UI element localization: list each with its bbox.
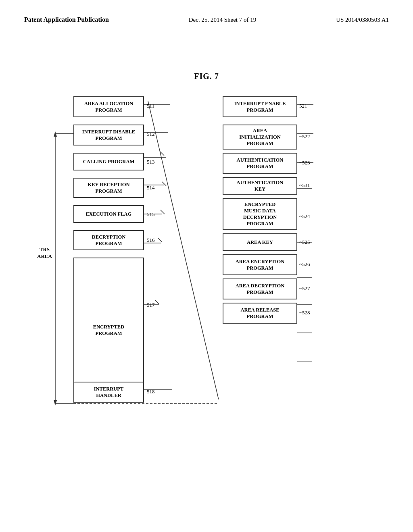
box-524: ENCRYPTEDMUSIC DATADECRYPTIONPROGRAM [223,198,297,230]
ref-522: ~522 [299,133,310,140]
figure-title: FIG. 7 [0,72,413,81]
ref-531: ~531 [299,182,310,189]
ref-512: 512 [147,131,155,137]
box-512: INTERRUPT DISABLEPROGRAM [73,125,144,145]
ref-516: 516 [147,237,155,243]
box-528: AREA RELEASEPROGRAM [223,303,297,324]
date-sheet-label: Dec. 25, 2014 Sheet 7 of 19 [189,17,256,23]
box-516: DECRYPTIONPROGRAM [73,230,144,250]
box-517: ENCRYPTEDPROGRAM [73,258,144,403]
box-514: KEY RECEPTIONPROGRAM [73,178,144,198]
ref-523: ~523 [299,160,310,166]
svg-line-27 [161,210,165,214]
svg-marker-19 [54,131,57,137]
diagram: AREA ALLOCATIONPROGRAM 511 INTERRUPT DIS… [33,93,380,440]
ref-518: 518 [147,389,155,395]
svg-line-28 [158,238,162,242]
box-523: AUTHENTICATIONPROGRAM [223,153,297,174]
box-525: AREA KEY [223,233,297,251]
box-515: EXECUTION FLAG [73,205,144,223]
ref-525: ~525 [299,239,310,245]
page: Patent Application Publication Dec. 25, … [0,0,413,532]
box-521: INTERRUPT ENABLEPROGRAM [223,96,297,117]
ref-526: ~526 [299,261,310,268]
ref-521: 521 [299,103,307,109]
ref-515: 515 [147,211,155,218]
svg-line-0 [148,101,219,399]
ref-514: 514 [147,185,155,191]
svg-marker-21 [54,400,57,405]
patent-number-label: US 2014/0380503 A1 [336,17,389,23]
header: Patent Application Publication Dec. 25, … [0,0,413,23]
ref-513: 513 [147,159,155,165]
ref-524: ~524 [299,213,310,220]
box-511: AREA ALLOCATIONPROGRAM [73,96,144,117]
trs-area-label: TRSAREA [37,246,52,260]
box-518: INTERRUPTHANDLER [73,382,144,403]
publication-label: Patent Application Publication [24,16,109,23]
svg-line-29 [155,300,159,304]
box-522: AREAINITIALIZATIONPROGRAM [223,125,297,150]
box-513: CALLING PROGRAM [73,153,144,170]
ref-527: ~527 [299,285,310,292]
ref-528: ~528 [299,310,310,316]
box-526: AREA ENCRYPTIONPROGRAM [223,254,297,275]
ref-511: 511 [147,103,154,109]
ref-517: 517 [147,302,155,308]
box-531: AUTHENTICATIONKEY [223,177,297,195]
box-527: AREA DECRYPTIONPROGRAM [223,278,297,299]
